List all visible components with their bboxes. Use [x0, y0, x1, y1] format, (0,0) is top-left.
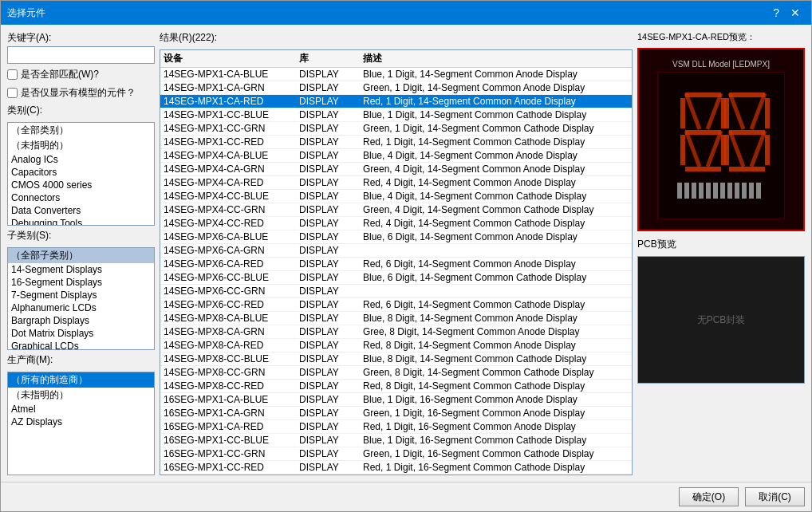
show-model-checkbox[interactable]: [7, 88, 18, 98]
category-item[interactable]: （全部类别）: [8, 123, 154, 138]
category-item[interactable]: CMOS 4000 series: [8, 179, 154, 191]
table-row[interactable]: 14SEG-MPX8-CA-BLUEDISPLAYBlue, 8 Digit, …: [160, 312, 632, 325]
svg-rect-5: [680, 135, 685, 165]
close-button[interactable]: ✕: [786, 6, 805, 20]
row-desc: Red, 1 Digit, 14-Segment Common Cathode …: [363, 136, 629, 148]
row-lib: DISPLAY: [299, 326, 363, 337]
subcategory-item[interactable]: 7-Segment Displays: [8, 289, 154, 301]
table-row[interactable]: 16SEG-MPX1-CA-BLUEDISPLAYBlue, 1 Digit, …: [160, 393, 632, 407]
manufacturer-item[interactable]: Atmel: [8, 403, 154, 416]
table-row[interactable]: 14SEG-MPX6-CC-BLUEDISPLAYBlue, 6 Digit, …: [160, 271, 632, 285]
table-row[interactable]: 16SEG-MPX1-CC-GRNDISPLAYGreen, 1 Digit, …: [160, 447, 632, 461]
results-table[interactable]: 14SEG-MPX1-CA-BLUEDISPLAYBlue, 1 Digit, …: [160, 68, 632, 475]
table-row[interactable]: 16SEG-MPX1-CA-GRNDISPLAYGreen, 1 Digit, …: [160, 407, 632, 420]
row-lib: DISPLAY: [299, 204, 363, 215]
row-lib: DISPLAY: [299, 163, 363, 175]
row-lib: DISPLAY: [299, 435, 363, 446]
table-row[interactable]: 14SEG-MPX8-CC-REDDISPLAYRed, 8 Digit, 14…: [160, 380, 632, 393]
show-all-checkbox[interactable]: [7, 69, 18, 80]
row-device: 14SEG-MPX6-CA-RED: [164, 258, 299, 270]
row-desc: Red, 8 Digit, 14-Segment Common Anode Di…: [363, 340, 629, 351]
row-device: 14SEG-MPX6-CA-GRN: [164, 245, 299, 256]
svg-rect-28: [713, 183, 718, 199]
row-lib: DISPLAY: [299, 313, 363, 324]
row-desc: Blue, 8 Digit, 14-Segment Common Anode D…: [363, 313, 629, 324]
table-row[interactable]: 14SEG-MPX4-CA-REDDISPLAYRed, 4 Digit, 14…: [160, 176, 632, 190]
table-row[interactable]: 14SEG-MPX1-CA-BLUEDISPLAYBlue, 1 Digit, …: [160, 68, 632, 81]
category-item[interactable]: Debugging Tools: [8, 217, 154, 226]
row-device: 14SEG-MPX6-CC-BLUE: [164, 272, 299, 283]
svg-rect-16: [724, 135, 729, 165]
category-item[interactable]: Analog ICs: [8, 153, 154, 166]
table-row[interactable]: 14SEG-MPX6-CC-REDDISPLAYRed, 6 Digit, 14…: [160, 298, 632, 312]
manufacturer-item[interactable]: （所有的制造商）: [8, 372, 154, 388]
cancel-button[interactable]: 取消(C): [745, 487, 805, 506]
table-row[interactable]: 14SEG-MPX8-CC-GRNDISPLAYGreen, 8 Digit, …: [160, 366, 632, 380]
col-header-desc: 描述: [363, 52, 629, 65]
show-model-label: 是否仅显示有模型的元件？: [21, 86, 136, 100]
row-device: 14SEG-MPX4-CA-BLUE: [164, 150, 299, 161]
subcategory-item[interactable]: 16-Segment Displays: [8, 276, 154, 289]
table-row[interactable]: 16SEG-MPX1-CC-BLUEDISPLAYBlue, 1 Digit, …: [160, 434, 632, 447]
subcategory-item[interactable]: Alphanumeric LCDs: [8, 301, 154, 314]
table-row[interactable]: 14SEG-MPX1-CC-GRNDISPLAYGreen, 1 Digit, …: [160, 122, 632, 136]
subcategory-list[interactable]: （全部子类别）14-Segment Displays16-Segment Dis…: [7, 247, 155, 351]
row-device: 14SEG-MPX4-CA-RED: [164, 177, 299, 188]
row-device: 16SEG-MPX1-CC-GRN: [164, 448, 299, 459]
manufacturer-item[interactable]: AZ Displays: [8, 416, 154, 428]
row-lib: DISPLAY: [299, 353, 363, 364]
table-row[interactable]: 14SEG-MPX4-CA-GRNDISPLAYGreen, 4 Digit, …: [160, 163, 632, 176]
category-list[interactable]: （全部类别）（未指明的）Analog ICsCapacitorsCMOS 400…: [7, 122, 155, 226]
subcategory-item[interactable]: Dot Matrix Displays: [8, 327, 154, 340]
help-button[interactable]: ?: [768, 6, 784, 20]
row-desc: Green, 4 Digit, 14-Segment Common Cathod…: [363, 204, 629, 215]
table-row[interactable]: 14SEG-MPX1-CC-REDDISPLAYRed, 1 Digit, 14…: [160, 136, 632, 149]
table-row[interactable]: 14SEG-MPX6-CA-REDDISPLAYRed, 6 Digit, 14…: [160, 258, 632, 271]
table-row[interactable]: 14SEG-MPX6-CC-GRNDISPLAY: [160, 285, 632, 298]
center-panel: 结果(R)(222): 设备 库 描述 14SEG-MPX1-CA-BLUEDI…: [160, 31, 633, 475]
row-device: 14SEG-MPX4-CC-GRN: [164, 204, 299, 215]
table-row[interactable]: 14SEG-MPX6-CA-GRNDISPLAY: [160, 244, 632, 258]
subcategory-item[interactable]: （全部子类别）: [8, 248, 154, 263]
keyword-input[interactable]: [7, 46, 155, 64]
svg-rect-4: [685, 130, 721, 135]
subcategory-item[interactable]: Bargraph Displays: [8, 314, 154, 327]
table-row[interactable]: 14SEG-MPX8-CC-BLUEDISPLAYBlue, 8 Digit, …: [160, 352, 632, 366]
table-row[interactable]: 14SEG-MPX1-CA-GRNDISPLAYGreen, 1 Digit, …: [160, 81, 632, 95]
row-device: 14SEG-MPX1-CC-BLUE: [164, 109, 299, 120]
keyword-label: 关键字(A):: [7, 31, 155, 45]
bottom-bar: 确定(O) 取消(C): [1, 482, 811, 511]
table-row[interactable]: 14SEG-MPX8-CA-REDDISPLAYRed, 8 Digit, 14…: [160, 339, 632, 352]
row-lib: DISPLAY: [299, 69, 363, 80]
row-device: 14SEG-MPX6-CC-GRN: [164, 286, 299, 297]
manufacturer-item[interactable]: （未指明的）: [8, 388, 154, 403]
table-row[interactable]: 14SEG-MPX4-CC-BLUEDISPLAYBlue, 4 Digit, …: [160, 190, 632, 203]
table-row[interactable]: 14SEG-MPX1-CA-REDDISPLAYRed, 1 Digit, 14…: [160, 95, 632, 108]
row-device: 14SEG-MPX1-CC-GRN: [164, 123, 299, 134]
category-item[interactable]: （未指明的）: [8, 138, 154, 153]
table-row[interactable]: 16SEG-MPX1-CC-REDDISPLAYRed, 1 Digit, 16…: [160, 461, 632, 475]
confirm-button[interactable]: 确定(O): [679, 487, 739, 506]
pcb-preview-label: PCB预览: [637, 238, 805, 251]
table-row[interactable]: 14SEG-MPX1-CC-BLUEDISPLAYBlue, 1 Digit, …: [160, 108, 632, 122]
table-row[interactable]: 16SEG-MPX1-CA-REDDISPLAYRed, 1 Digit, 16…: [160, 420, 632, 434]
row-lib: DISPLAY: [299, 286, 363, 297]
row-lib: DISPLAY: [299, 340, 363, 351]
subcategory-item[interactable]: Graphical LCDs: [8, 340, 154, 351]
category-item[interactable]: Capacitors: [8, 166, 154, 179]
row-device: 14SEG-MPX4-CA-GRN: [164, 163, 299, 175]
table-row[interactable]: 14SEG-MPX4-CA-BLUEDISPLAYBlue, 4 Digit, …: [160, 149, 632, 163]
table-row[interactable]: 14SEG-MPX4-CC-REDDISPLAYRed, 4 Digit, 14…: [160, 217, 632, 230]
table-row[interactable]: 14SEG-MPX8-CA-GRNDISPLAYGree, 8 Digit, 1…: [160, 325, 632, 339]
row-device: 14SEG-MPX4-CC-RED: [164, 218, 299, 229]
table-row[interactable]: 14SEG-MPX4-CC-GRNDISPLAYGreen, 4 Digit, …: [160, 203, 632, 217]
manufacturer-list[interactable]: （所有的制造商）（未指明的）AtmelAZ Displays: [7, 372, 155, 475]
row-lib: DISPLAY: [299, 231, 363, 242]
category-item[interactable]: Data Converters: [8, 204, 154, 217]
category-item[interactable]: Connectors: [8, 191, 154, 204]
left-panel: 关键字(A): 是否全部匹配(W)? 是否仅显示有模型的元件？ 类别(C): （…: [7, 31, 155, 475]
table-row[interactable]: 14SEG-MPX6-CA-BLUEDISPLAYBlue, 6 Digit, …: [160, 230, 632, 244]
row-device: 16SEG-MPX1-CC-BLUE: [164, 435, 299, 446]
subcategory-item[interactable]: 14-Segment Displays: [8, 263, 154, 276]
row-lib: DISPLAY: [299, 408, 363, 419]
